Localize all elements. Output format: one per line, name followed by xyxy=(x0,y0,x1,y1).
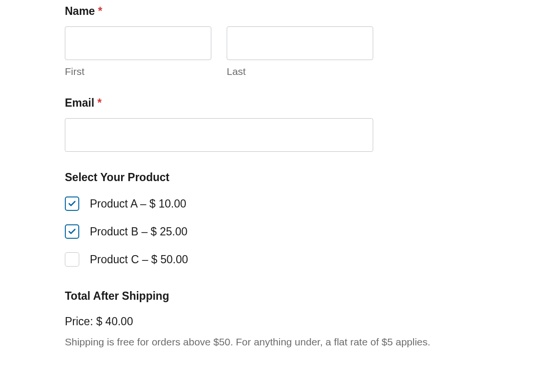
product-b-label: Product B – $ 25.00 xyxy=(90,225,187,238)
product-c-checkbox[interactable] xyxy=(65,252,79,267)
product-section-header: Select Your Product xyxy=(65,171,471,184)
first-name-col: First xyxy=(65,26,211,77)
product-c-label: Product C – $ 50.00 xyxy=(90,253,188,266)
name-label: Name * xyxy=(65,5,471,18)
name-field-group: Name * First Last xyxy=(65,5,471,77)
product-c-row: Product C – $ 50.00 xyxy=(65,252,471,267)
email-label-text: Email xyxy=(65,97,94,109)
total-section: Total After Shipping Price: $ 40.00 Ship… xyxy=(65,290,471,349)
product-a-label: Product A – $ 10.00 xyxy=(90,197,186,210)
email-field-group: Email * xyxy=(65,97,471,152)
price-line: Price: $ 40.00 xyxy=(65,315,471,328)
name-required-asterisk: * xyxy=(98,5,102,17)
product-b-row: Product B – $ 25.00 xyxy=(65,224,471,239)
last-name-col: Last xyxy=(227,26,373,77)
checkmark-icon xyxy=(68,199,76,208)
name-row: First Last xyxy=(65,26,471,77)
product-a-checkbox[interactable] xyxy=(65,196,79,211)
last-name-input[interactable] xyxy=(227,26,373,60)
name-label-text: Name xyxy=(65,5,95,17)
total-section-header: Total After Shipping xyxy=(65,290,471,303)
email-required-asterisk: * xyxy=(97,97,102,109)
first-name-sublabel: First xyxy=(65,66,211,77)
product-a-row: Product A – $ 10.00 xyxy=(65,196,471,211)
product-b-checkbox[interactable] xyxy=(65,224,79,239)
last-name-sublabel: Last xyxy=(227,66,373,77)
shipping-note: Shipping is free for orders above $50. F… xyxy=(65,335,471,349)
first-name-input[interactable] xyxy=(65,26,211,60)
checkmark-icon xyxy=(68,227,76,236)
product-section: Select Your Product Product A – $ 10.00 … xyxy=(65,171,471,267)
email-label: Email * xyxy=(65,97,471,110)
email-input[interactable] xyxy=(65,118,373,152)
